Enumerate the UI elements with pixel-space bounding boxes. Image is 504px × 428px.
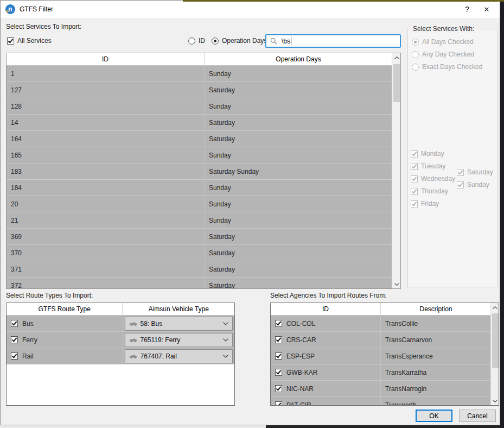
agency-row[interactable]: CRS-CAR TransCarnarvon — [271, 332, 491, 348]
agency-row[interactable]: GWB-KAR TransKarratha — [271, 364, 491, 381]
route-type-row[interactable]: Rail 767407: Rail — [7, 348, 234, 364]
vehicle-type-combobox[interactable]: 58: Bus — [125, 317, 233, 331]
filter-by-operation-days-radio[interactable]: Operation Days — [212, 37, 267, 45]
agency-row[interactable]: COL-COL TransCollie — [271, 316, 491, 332]
vehicle-type-cell: 767407: Rail — [123, 348, 235, 364]
service-row[interactable]: 184 Sunday — [7, 180, 400, 196]
cancel-button[interactable]: Cancel — [459, 410, 496, 422]
check-icon — [276, 320, 282, 325]
route-type-checkbox[interactable] — [11, 353, 18, 360]
service-row[interactable]: 183 Saturday Sunday — [7, 163, 400, 180]
radio-icon — [188, 37, 195, 45]
ok-button[interactable]: OK — [416, 410, 452, 422]
agency-checkbox[interactable] — [275, 320, 282, 327]
chevron-down-icon — [223, 355, 228, 358]
service-row[interactable]: 372 Saturday — [7, 278, 400, 289]
scroll-up-icon[interactable] — [392, 53, 401, 62]
background-window-right-strip — [500, 0, 504, 428]
agency-row[interactable]: NIC-NAR TransNarrogin — [271, 381, 491, 397]
vehicle-type-value: 765119: Ferry — [141, 336, 181, 344]
vehicle-type-combobox[interactable]: 767407: Rail — [125, 349, 233, 363]
services-table-rows: 1 Sunday 127 Saturday 128 Sunday 14 Satu… — [7, 66, 400, 289]
service-days-cell: Saturday — [205, 261, 392, 277]
monday-checkbox: Monday — [411, 150, 444, 158]
column-header-gtfs-route-type[interactable]: GTFS Route Type — [7, 303, 123, 315]
route-type-row[interactable]: Bus 58: Bus — [7, 316, 234, 332]
service-row[interactable]: 1 Sunday — [7, 66, 400, 82]
search-input[interactable]: \bs — [265, 34, 401, 48]
agency-id: PAT-CIR — [286, 401, 311, 406]
background-window-bottom-strip — [266, 425, 500, 428]
agencies-scrollbar[interactable] — [490, 303, 499, 405]
service-row[interactable]: 20 Sunday — [7, 196, 400, 212]
route-type-checkbox[interactable] — [11, 320, 18, 327]
scroll-up-icon[interactable] — [491, 303, 499, 312]
scroll-down-icon[interactable] — [392, 280, 401, 288]
service-id-cell: 21 — [7, 212, 205, 228]
service-days-cell: Sunday — [205, 212, 392, 228]
service-days-cell: Saturday Sunday — [205, 163, 392, 179]
route-types-header: GTFS Route Type Aimsun Vehicle Type — [7, 303, 234, 316]
chevron-down-icon — [223, 322, 228, 325]
agency-id-cell: COL-COL — [271, 316, 381, 331]
check-icon — [12, 353, 17, 358]
route-type-checkbox[interactable] — [11, 336, 18, 343]
services-table-header: ID Operation Days — [7, 53, 400, 66]
all-days-checked-label: All Days Checked — [422, 38, 474, 46]
agency-row[interactable]: PAT-CIR Transperth — [271, 397, 491, 406]
column-header-agency-id[interactable]: ID — [271, 303, 381, 315]
service-row[interactable]: 369 Saturday — [7, 229, 400, 245]
agency-description-cell: TransNarrogin — [381, 381, 491, 396]
service-days-cell: Saturday — [205, 115, 392, 130]
check-icon — [276, 353, 282, 358]
route-type-row[interactable]: Ferry 765119: Ferry — [7, 332, 234, 348]
service-days-cell: Saturday — [205, 82, 392, 98]
vehicle-icon — [129, 337, 138, 343]
scrollbar-thumb[interactable] — [492, 313, 499, 368]
column-header-id[interactable]: ID — [7, 53, 205, 65]
service-row[interactable]: 127 Saturday — [7, 82, 400, 98]
wednesday-checkbox: Wednesday — [411, 175, 455, 182]
close-button[interactable]: ✕ — [476, 1, 497, 18]
agency-checkbox[interactable] — [275, 336, 282, 343]
agency-checkbox[interactable] — [275, 401, 282, 406]
agency-description-cell: Transperth — [381, 397, 491, 406]
vehicle-type-cell: 58: Bus — [123, 316, 235, 331]
check-icon — [276, 385, 282, 391]
filter-by-id-radio[interactable]: ID — [188, 37, 205, 45]
service-id-cell: 371 — [7, 261, 205, 277]
tuesday-checkbox: Tuesday — [411, 162, 446, 170]
vehicle-type-value: 767407: Rail — [141, 353, 177, 360]
radio-selected-icon — [412, 39, 419, 46]
radio-icon — [412, 51, 419, 58]
agency-checkbox[interactable] — [275, 385, 282, 392]
route-types-label: Select Route Types To Import: — [6, 292, 93, 299]
service-row[interactable]: 128 Sunday — [7, 98, 400, 115]
wednesday-label: Wednesday — [421, 175, 455, 182]
all-services-checkbox[interactable]: All Services — [7, 37, 52, 45]
service-row[interactable]: 371 Saturday — [7, 261, 400, 278]
check-icon — [276, 336, 282, 342]
column-header-aimsun-vehicle-type[interactable]: Aimsun Vehicle Type — [123, 303, 234, 315]
services-scrollbar[interactable] — [392, 53, 400, 288]
column-header-operation-days[interactable]: Operation Days — [205, 53, 392, 65]
friday-checkbox: Friday — [411, 200, 439, 207]
service-id-cell: 127 — [7, 82, 205, 98]
agency-description-cell: TransEsperance — [381, 348, 491, 364]
scroll-down-icon[interactable] — [491, 396, 499, 405]
service-row[interactable]: 14 Saturday — [7, 115, 400, 131]
service-row[interactable]: 165 Sunday — [7, 147, 400, 163]
agency-checkbox[interactable] — [275, 353, 282, 360]
vehicle-type-combobox[interactable]: 765119: Ferry — [125, 333, 233, 347]
help-button[interactable]: ? — [456, 1, 478, 18]
column-header-description[interactable]: Description — [381, 303, 491, 315]
service-row[interactable]: 21 Sunday — [7, 212, 400, 229]
checkbox-icon — [411, 150, 418, 158]
scrollbar-thumb[interactable] — [393, 64, 400, 102]
service-row[interactable]: 370 Saturday — [7, 245, 400, 261]
agency-row[interactable]: ESP-ESP TransEsperance — [271, 348, 491, 364]
service-days-cell: Saturday — [205, 278, 392, 289]
service-row[interactable]: 164 Saturday — [7, 131, 400, 147]
exact-days-checked-label: Exact Days Checked — [422, 63, 482, 71]
agency-checkbox[interactable] — [275, 369, 282, 376]
